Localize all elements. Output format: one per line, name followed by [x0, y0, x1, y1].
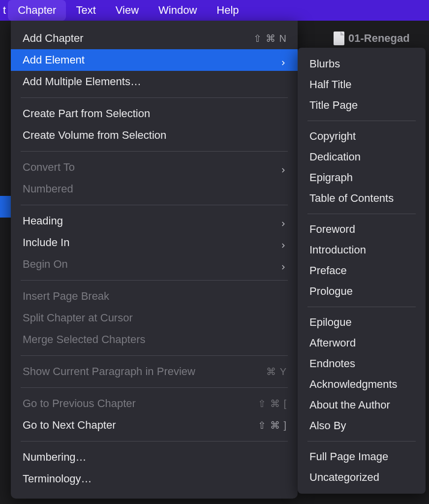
- submenu-item[interactable]: Introduction: [298, 240, 426, 260]
- submenu-item[interactable]: Preface: [298, 260, 426, 281]
- menubar-item-text[interactable]: Text: [66, 0, 105, 21]
- menu-item-label: Begin On: [23, 258, 276, 271]
- menu-item-label: Add Multiple Elements…: [23, 75, 287, 88]
- document-title: 01-Renegad: [348, 32, 410, 45]
- submenu-item[interactable]: Epigraph: [298, 167, 426, 188]
- submenu-item-label: Blurbs: [309, 58, 340, 70]
- menu-item-shortcut: ⇧ ⌘ ]: [258, 419, 287, 431]
- submenu-item-label: Also By: [309, 419, 346, 432]
- submenu-item-label: Copyright: [309, 130, 356, 143]
- submenu-item-label: Dedication: [309, 151, 361, 163]
- menu-item-label: Insert Page Break: [23, 290, 287, 303]
- menu-item-label: Create Part from Selection: [23, 107, 287, 120]
- menu-item: Show Current Paragraph in Preview⌘ Y: [11, 361, 298, 382]
- menu-item[interactable]: Add Multiple Elements…: [11, 71, 298, 93]
- menu-item-label: Split Chapter at Cursor: [23, 312, 287, 324]
- menu-separator: [307, 307, 416, 307]
- menu-item-label: Convert To: [23, 161, 276, 174]
- submenu-item[interactable]: Foreword: [298, 219, 426, 240]
- menu-separator: [21, 355, 288, 356]
- menu-separator: [21, 151, 288, 152]
- submenu-item-label: Epilogue: [309, 316, 352, 329]
- menu-item-label: Terminology…: [23, 472, 287, 485]
- menu-item-label: Include In: [23, 236, 276, 249]
- menu-separator: [21, 97, 288, 98]
- menu-item[interactable]: Go to Next Chapter⇧ ⌘ ]: [11, 414, 298, 436]
- submenu-item[interactable]: Uncategorized: [298, 467, 426, 488]
- menu-item-shortcut: ⇧ ⌘ [: [258, 398, 287, 410]
- submenu-item-label: Introduction: [309, 244, 366, 256]
- submenu-item[interactable]: About the Author: [298, 395, 426, 415]
- chevron-right-icon: [280, 218, 287, 224]
- submenu-item[interactable]: Title Page: [298, 95, 426, 116]
- menu-item: Begin On: [11, 253, 298, 275]
- submenu-item[interactable]: Copyright: [298, 126, 426, 147]
- submenu-item-label: About the Author: [309, 399, 390, 411]
- menu-item-shortcut: ⇧ ⌘ N: [253, 32, 287, 44]
- submenu-item-label: Prologue: [309, 285, 353, 298]
- menu-item-label: Create Volume from Selection: [23, 129, 287, 142]
- submenu-item-label: Foreword: [309, 223, 355, 236]
- submenu-item-label: Table of Contents: [309, 192, 394, 205]
- menu-item[interactable]: Create Part from Selection: [11, 103, 298, 125]
- menubar-item-view[interactable]: View: [106, 0, 149, 21]
- submenu-item[interactable]: Epilogue: [298, 312, 426, 333]
- document-tab[interactable]: 01-Renegad: [334, 32, 410, 45]
- menu-item-label: Add Chapter: [23, 32, 249, 45]
- chevron-right-icon: [280, 164, 287, 171]
- menu-item-label: Numbered: [23, 183, 287, 195]
- menubar-item-window[interactable]: Window: [149, 0, 207, 21]
- menu-item: Insert Page Break: [11, 285, 298, 307]
- menu-item[interactable]: Numbering…: [11, 446, 298, 468]
- chevron-right-icon: [280, 261, 287, 268]
- menu-item-label: Heading: [23, 215, 276, 227]
- menu-item-shortcut: ⌘ Y: [266, 366, 287, 378]
- menu-item[interactable]: Add Element: [11, 49, 298, 71]
- submenu-item[interactable]: Prologue: [298, 281, 426, 302]
- submenu-item[interactable]: Full Page Image: [298, 446, 426, 467]
- submenu-item[interactable]: Blurbs: [298, 54, 426, 74]
- chevron-right-icon: [280, 239, 287, 246]
- submenu-item-label: Endnotes: [309, 357, 355, 370]
- menu-item-label: Go to Previous Chapter: [23, 397, 254, 410]
- menu-separator: [21, 441, 288, 441]
- menu-separator: [307, 121, 416, 121]
- menu-item-label: Merge Selected Chapters: [23, 333, 287, 346]
- menu-separator: [21, 205, 288, 205]
- document-icon: [334, 32, 344, 45]
- submenu-item[interactable]: Dedication: [298, 147, 426, 167]
- submenu-item-label: Full Page Image: [309, 450, 388, 463]
- submenu-item-label: Afterword: [309, 337, 356, 349]
- menu-separator: [307, 441, 416, 441]
- menu-item[interactable]: Add Chapter⇧ ⌘ N: [11, 28, 298, 49]
- menu-item: Numbered: [11, 178, 298, 200]
- submenu-item[interactable]: Endnotes: [298, 353, 426, 374]
- submenu-item-label: Epigraph: [309, 171, 353, 184]
- menu-item[interactable]: Terminology…: [11, 468, 298, 490]
- sidebar-selection-indicator: [0, 196, 11, 218]
- menu-item-label: Go to Next Chapter: [23, 419, 254, 432]
- menu-separator: [21, 387, 288, 388]
- menu-item[interactable]: Heading: [11, 210, 298, 232]
- menubar: t Chapter Text View Window Help: [0, 0, 429, 21]
- submenu-item[interactable]: Afterword: [298, 333, 426, 353]
- submenu-item[interactable]: Also By: [298, 415, 426, 436]
- chevron-right-icon: [280, 57, 287, 63]
- menubar-item-help[interactable]: Help: [207, 0, 248, 21]
- menu-item-label: Show Current Paragraph in Preview: [23, 365, 262, 378]
- menu-item: Go to Previous Chapter⇧ ⌘ [: [11, 393, 298, 414]
- submenu-item-label: Half Title: [309, 78, 352, 91]
- add-element-submenu: BlurbsHalf TitleTitle PageCopyrightDedic…: [298, 48, 426, 494]
- menubar-item-chapter[interactable]: Chapter: [8, 0, 66, 21]
- menu-item: Split Chapter at Cursor: [11, 307, 298, 329]
- menu-item[interactable]: Include In: [11, 232, 298, 253]
- submenu-item[interactable]: Acknowledgments: [298, 374, 426, 395]
- submenu-item[interactable]: Table of Contents: [298, 188, 426, 209]
- chapter-menu: Add Chapter⇧ ⌘ NAdd ElementAdd Multiple …: [11, 21, 298, 499]
- menubar-leading: t: [0, 0, 8, 21]
- menu-item-label: Numbering…: [23, 451, 287, 464]
- submenu-item[interactable]: Half Title: [298, 74, 426, 95]
- menu-item: Merge Selected Chapters: [11, 329, 298, 350]
- menu-separator: [307, 214, 416, 214]
- menu-item[interactable]: Create Volume from Selection: [11, 125, 298, 146]
